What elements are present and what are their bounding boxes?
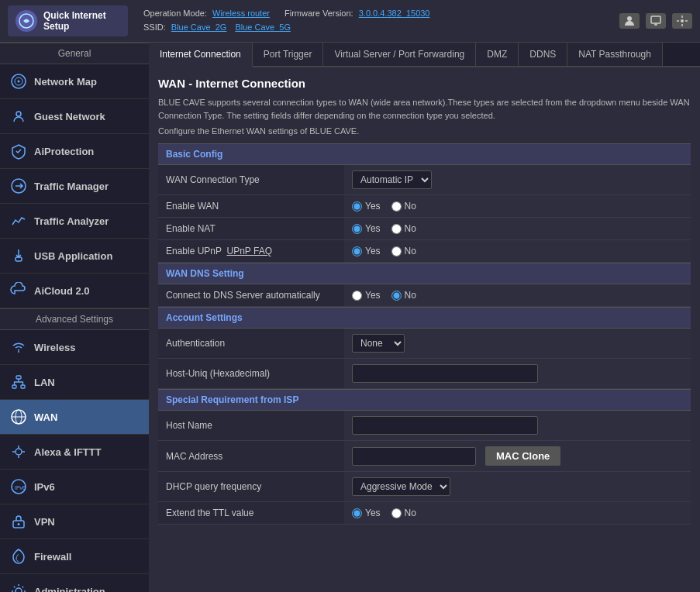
sidebar-item-firewall[interactable]: Firewall xyxy=(0,539,149,574)
dns-auto-no-radio[interactable] xyxy=(391,291,402,301)
advanced-section-label: Advanced Settings xyxy=(0,308,149,330)
extend-ttl-yes-label[interactable]: Yes xyxy=(352,508,381,518)
sidebar-item-lan[interactable]: LAN xyxy=(0,365,149,400)
enable-nat-no-label[interactable]: No xyxy=(391,223,416,234)
host-name-label: Host Name xyxy=(158,411,344,441)
enable-upnp-no-radio[interactable] xyxy=(391,246,402,256)
host-uniq-label: Host-Uniq (Hexadecimal) xyxy=(158,359,344,389)
table-row: Host Name xyxy=(158,411,691,441)
top-icons xyxy=(619,13,692,29)
enable-wan-no-radio[interactable] xyxy=(391,201,402,212)
extend-ttl-no-label[interactable]: No xyxy=(391,508,416,518)
sidebar-label-wan: WAN xyxy=(34,411,57,423)
wan-connection-type-select[interactable]: Automatic IP PPPoE PPTP L2TP Static IP xyxy=(352,170,432,189)
tab-port-trigger[interactable]: Port Trigger xyxy=(253,43,324,66)
tab-virtual-server[interactable]: Virtual Server / Port Forwarding xyxy=(323,43,476,66)
sidebar-item-ai-protection[interactable]: AiProtection xyxy=(0,134,149,169)
enable-upnp-no-label[interactable]: No xyxy=(391,246,416,256)
config-note: Configure the Ethernet WAN settings of B… xyxy=(158,126,691,136)
firmware-label: Firmware Version: xyxy=(284,9,353,18)
table-row: WAN Connection Type Automatic IP PPPoE P… xyxy=(158,165,691,195)
sidebar-label-administration: Administration xyxy=(34,586,105,593)
operation-mode-value[interactable]: Wireless router xyxy=(212,9,270,18)
quick-setup-button[interactable]: Quick Internet Setup xyxy=(8,5,128,36)
account-settings-header: Account Settings xyxy=(158,307,691,329)
ssid-label: SSID: xyxy=(143,22,166,32)
ssid-2g[interactable]: Blue Cave_2G xyxy=(171,22,227,32)
svg-rect-11 xyxy=(16,376,21,379)
sidebar-item-guest-network[interactable]: Guest Network xyxy=(0,99,149,134)
svg-point-17 xyxy=(16,449,22,455)
svg-point-21 xyxy=(18,523,20,525)
enable-wan-no-label[interactable]: No xyxy=(391,201,416,212)
enable-nat-no-radio[interactable] xyxy=(391,224,402,234)
sidebar-label-alexa: Alexa & IFTTT xyxy=(34,446,102,458)
sidebar-item-network-map[interactable]: Network Map xyxy=(0,64,149,99)
sidebar-item-usb-application[interactable]: USB Application xyxy=(0,239,149,274)
monitor-icon-button[interactable] xyxy=(646,13,666,29)
enable-nat-yes-radio[interactable] xyxy=(352,224,362,234)
dns-auto-label: Connect to DNS Server automatically xyxy=(158,284,344,307)
ssid-5g[interactable]: Blue Cave_5G xyxy=(235,22,291,32)
sidebar-label-vpn: VPN xyxy=(34,516,55,528)
svg-rect-9 xyxy=(16,257,22,261)
table-row: Enable NAT Yes No xyxy=(158,218,691,240)
svg-point-3 xyxy=(681,19,684,22)
dhcp-query-select[interactable]: Aggressive Mode Normal Mode xyxy=(352,477,450,496)
sidebar-label-wireless: Wireless xyxy=(34,342,75,353)
general-section-label: General xyxy=(0,43,149,64)
sidebar-item-wan[interactable]: WAN xyxy=(0,400,149,435)
firmware-value[interactable]: 3.0.0.4.382_15030 xyxy=(359,9,430,18)
user-icon-button[interactable] xyxy=(619,13,640,29)
sidebar-label-ipv6: IPv6 xyxy=(34,481,55,493)
upnp-faq-link[interactable]: UPnP FAQ xyxy=(227,246,272,256)
tab-nat-passthrough[interactable]: NAT Passthrough xyxy=(567,43,663,66)
tab-internet-connection[interactable]: Internet Connection xyxy=(149,43,253,67)
sidebar-label-guest-network: Guest Network xyxy=(34,111,105,122)
dns-auto-yes-radio[interactable] xyxy=(352,291,362,301)
extend-ttl-label: Extend the TTL value xyxy=(158,502,344,525)
sidebar-item-traffic-analyzer[interactable]: Traffic Analyzer xyxy=(0,204,149,239)
enable-nat-yes-label[interactable]: Yes xyxy=(352,223,381,234)
tab-bar: Internet Connection Port Trigger Virtual… xyxy=(149,43,700,67)
sidebar-item-aicloud[interactable]: AiCloud 2.0 xyxy=(0,274,149,308)
sidebar-label-traffic-manager: Traffic Manager xyxy=(34,181,109,192)
table-row: DHCP query frequency Aggressive Mode Nor… xyxy=(158,472,691,502)
extend-ttl-no-radio[interactable] xyxy=(391,508,402,518)
enable-upnp-yes-label[interactable]: Yes xyxy=(352,246,381,256)
enable-wan-yes-radio[interactable] xyxy=(352,201,362,212)
mac-address-input[interactable] xyxy=(352,447,476,466)
alexa-icon xyxy=(9,442,28,461)
sidebar-item-wireless[interactable]: Wireless xyxy=(0,330,149,365)
basic-config-header: Basic Config xyxy=(158,143,691,165)
sidebar-item-vpn[interactable]: VPN xyxy=(0,504,149,539)
tab-dmz[interactable]: DMZ xyxy=(476,43,519,66)
mac-clone-button[interactable]: MAC Clone xyxy=(485,446,560,466)
tab-ddns[interactable]: DDNS xyxy=(519,43,567,66)
enable-upnp-yes-radio[interactable] xyxy=(352,246,362,256)
enable-wan-yes-label[interactable]: Yes xyxy=(352,201,381,212)
sidebar-label-aicloud: AiCloud 2.0 xyxy=(34,285,90,297)
dns-auto-no-label[interactable]: No xyxy=(391,290,416,301)
sidebar-item-administration[interactable]: Administration xyxy=(0,574,149,592)
svg-point-6 xyxy=(18,81,20,83)
network-map-icon xyxy=(9,72,28,91)
wireless-icon xyxy=(9,338,28,356)
host-name-input[interactable] xyxy=(352,416,538,435)
vpn-icon xyxy=(9,512,28,531)
sidebar-item-alexa[interactable]: Alexa & IFTTT xyxy=(0,435,149,470)
traffic-analyzer-icon xyxy=(9,212,28,230)
traffic-manager-icon xyxy=(9,177,28,195)
extend-ttl-radio-group: Yes No xyxy=(352,508,683,518)
sidebar-item-traffic-manager[interactable]: Traffic Manager xyxy=(0,169,149,204)
table-row: Host-Uniq (Hexadecimal) xyxy=(158,359,691,389)
dns-auto-yes-label[interactable]: Yes xyxy=(352,290,381,301)
extend-ttl-yes-radio[interactable] xyxy=(352,508,362,518)
host-uniq-input[interactable] xyxy=(352,364,538,383)
svg-point-22 xyxy=(16,588,22,592)
authentication-select[interactable]: None PAP CHAP xyxy=(352,334,405,353)
table-row: MAC Address MAC Clone xyxy=(158,441,691,472)
aicloud-icon xyxy=(9,281,28,300)
sidebar-item-ipv6[interactable]: IPv6 IPv6 xyxy=(0,470,149,504)
network-icon-button[interactable] xyxy=(672,13,692,29)
